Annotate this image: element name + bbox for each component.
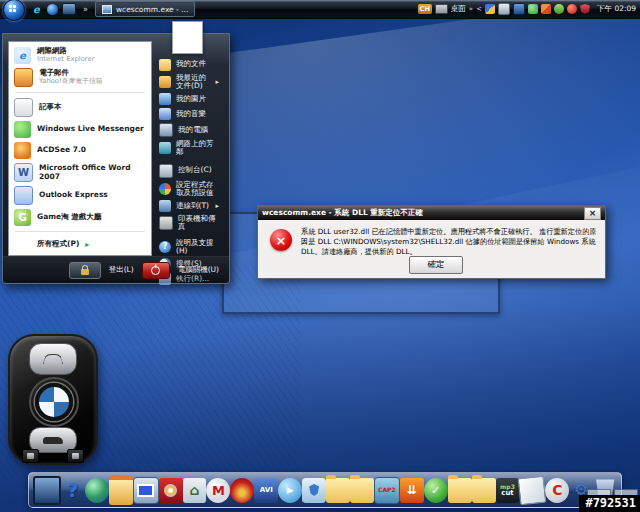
flashget-dock-icon[interactable]: ⇊ [400, 478, 424, 503]
game-lobby-icon: G [14, 209, 31, 226]
antivirus-guard-dock-icon[interactable] [302, 478, 326, 503]
user-picture[interactable] [172, 21, 203, 54]
language-indicator[interactable]: CH [418, 4, 432, 14]
start-menu-right-panel: 我的文件 我最近的文件(D) ▸ 我的圖片 我的音樂 我的電腦 網路上的芳鄰 控… [153, 55, 225, 256]
start-menu-item-printers[interactable]: 印表機和傳真 [153, 214, 225, 234]
antivirus-shield-tray-icon[interactable] [580, 4, 590, 14]
start-menu-item-game[interactable]: G Game淘 遊戲大廳 [9, 207, 151, 228]
recent-documents-icon [159, 76, 171, 88]
start-menu-item-email[interactable]: 電子郵件 Yahoo!奇摩電子信箱 [9, 66, 151, 89]
photo-tray-icon[interactable] [498, 3, 510, 15]
shutdown-button[interactable] [142, 262, 170, 279]
connection-tray-icon[interactable] [554, 4, 564, 14]
pointer-utility-dock-icon[interactable]: ▶ [278, 478, 302, 503]
media-home-dock-icon[interactable]: ⌂ [183, 478, 207, 503]
power-icon [151, 266, 160, 275]
dialog-title-bar[interactable]: wcescomm.exe - 系統 DLL 重新定位不正確 × [258, 206, 605, 220]
ccleaner-dock-icon[interactable]: C [545, 478, 569, 503]
maxthon-browser-dock-icon[interactable]: M [206, 478, 230, 503]
alarm-tray-icon[interactable] [567, 4, 577, 14]
folder-dock-icon-3[interactable] [448, 478, 472, 503]
item-title: 記事本 [39, 103, 62, 112]
all-programs-label: 所有程式(P) [37, 239, 79, 249]
folder-dock-icon-2[interactable] [350, 478, 374, 503]
start-menu-item-internet[interactable]: e 網際網路 Internet Explorer [9, 45, 151, 66]
desktop-toolbar-label[interactable]: 桌面 [451, 4, 466, 14]
internet-explorer-icon: e [14, 47, 31, 64]
email-icon [14, 68, 33, 87]
folder-dock-icon-1[interactable] [326, 478, 350, 503]
quicklaunch-overflow-chevron[interactable]: » [83, 5, 88, 14]
start-menu-item-messenger[interactable]: Windows Live Messenger [9, 119, 151, 140]
start-menu-item-acdsee[interactable]: ACDSee 7.0 [9, 140, 151, 161]
start-menu-item-word[interactable]: W Microsoft Office Word 2007 [9, 161, 151, 184]
avi-converter-dock-icon[interactable]: AVI [254, 478, 278, 503]
my-pictures-icon [159, 93, 171, 105]
start-menu: e 網際網路 Internet Explorer 電子郵件 Yahoo!奇摩電子… [2, 33, 230, 284]
network-places-dock-icon[interactable] [133, 477, 159, 504]
notepad-tool-dock-icon[interactable] [518, 475, 547, 505]
separator [15, 92, 145, 93]
mp3directcut-dock-icon[interactable]: mp3cut [496, 478, 520, 503]
quick-launch: e » [30, 3, 91, 16]
download-check-dock-icon[interactable]: ✓ [424, 478, 448, 503]
key-fob-foot-right [67, 449, 84, 463]
all-programs-button[interactable]: 所有程式(P) ▸ [9, 235, 151, 252]
system-tray: CH 桌面 » < 下午 02:09 [418, 3, 640, 15]
start-menu-item-help[interactable]: ? 說明及支援(H) [153, 237, 225, 257]
close-button[interactable]: × [584, 207, 601, 220]
dialog-message-line2: C:\WINDOWS\system32\SHELL32.dll 佔據的位址範圍是… [301, 237, 596, 256]
hood-icon [43, 354, 63, 364]
help-icon: ? [159, 241, 171, 253]
shutdown-label: 電腦關機(U) [178, 265, 219, 275]
folder-dock-icon-4[interactable] [472, 478, 496, 503]
start-menu-left-panel: e 網際網路 Internet Explorer 電子郵件 Yahoo!奇摩電子… [8, 41, 152, 256]
start-menu-item-recent-documents[interactable]: 我最近的文件(D) ▸ [153, 72, 225, 92]
start-menu-item-my-computer[interactable]: 我的電腦 [153, 122, 225, 139]
toolbar-overflow-chevron[interactable]: » [469, 5, 473, 13]
sync-green-tray-icon[interactable] [528, 4, 538, 14]
show-desktop-icon[interactable] [62, 3, 76, 15]
messenger-tray-icon[interactable] [541, 4, 551, 14]
submenu-arrow-icon: ▸ [215, 202, 219, 210]
dialog-message: 系統 DLL user32.dll 已在記憶體中重新定位。應用程式將不會正確執行… [301, 227, 597, 257]
start-menu-item-network-places[interactable]: 網路上的芳鄰 [153, 139, 225, 159]
my-computer-dock-icon[interactable] [33, 476, 61, 505]
ie-quicklaunch-icon[interactable]: e [30, 3, 43, 16]
help-dock-icon[interactable]: ? [61, 478, 85, 503]
notepad-icon [14, 98, 33, 117]
bmw-key-fob-image [8, 334, 98, 465]
taskbar-clock[interactable]: 下午 02:09 [597, 4, 636, 14]
start-menu-item-my-documents[interactable]: 我的文件 [153, 57, 225, 72]
ok-button[interactable]: 確定 [409, 256, 463, 274]
dialog-title: wcescomm.exe - 系統 DLL 重新定位不正確 [262, 208, 423, 218]
display-tray-icon[interactable] [513, 3, 525, 15]
keyboard-layout-icon[interactable] [435, 4, 448, 14]
internet-globe-dock-icon[interactable] [85, 478, 109, 503]
network-places-icon [159, 142, 171, 154]
browser-quicklaunch-icon[interactable] [47, 4, 58, 15]
media-player-disc-dock-icon[interactable] [159, 478, 183, 503]
nero-burning-dock-icon[interactable] [230, 478, 254, 503]
log-off-button[interactable] [69, 262, 101, 279]
window-icon [102, 5, 112, 14]
start-menu-item-control-panel[interactable]: 控制台(C) [153, 162, 225, 179]
taskbar-window-button-label: wcescomm.exe - ... [116, 5, 188, 14]
tray-collapse-arrow[interactable]: < [476, 5, 482, 13]
messenger-icon [14, 121, 31, 138]
start-menu-item-connect-to[interactable]: 連線到(T) ▸ [153, 199, 225, 214]
activesync-tray-icon[interactable] [485, 4, 495, 14]
start-button[interactable] [3, 0, 25, 21]
documents-folder-dock-icon[interactable] [109, 476, 133, 505]
start-menu-item-my-music[interactable]: 我的音樂 [153, 107, 225, 122]
start-menu-bottom-bar: 登出(L) 電腦關機(U) [3, 256, 229, 283]
item-title: Windows Live Messenger [37, 125, 144, 134]
connect-to-icon [159, 200, 171, 212]
taskbar-window-button[interactable]: wcescomm.exe - ... [95, 1, 195, 17]
start-menu-item-program-access[interactable]: 設定程式存取及預設值 [153, 179, 225, 199]
key-fob-center [29, 377, 79, 427]
capture-cap2-dock-icon[interactable]: CAP2 [374, 477, 400, 504]
start-menu-item-notepad[interactable]: 記事本 [9, 96, 151, 119]
start-menu-item-outlook-express[interactable]: Outlook Express [9, 184, 151, 207]
start-menu-item-my-pictures[interactable]: 我的圖片 [153, 92, 225, 107]
